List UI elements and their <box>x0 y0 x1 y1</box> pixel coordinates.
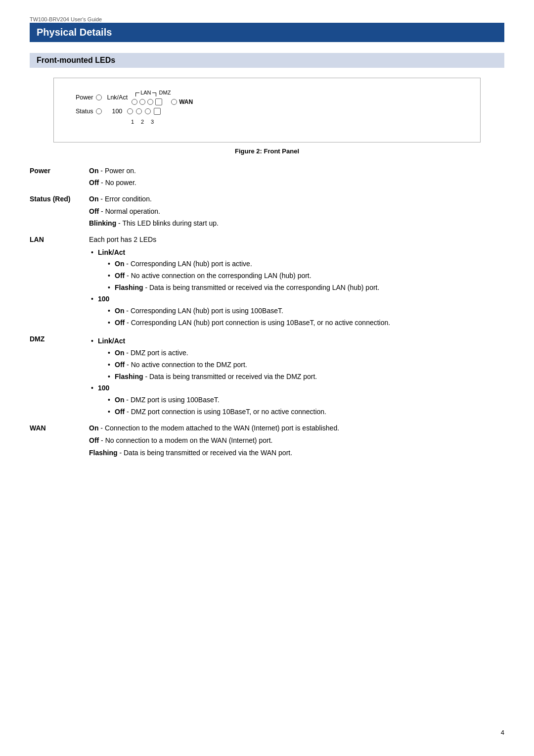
wan-term: WAN <box>30 421 89 462</box>
status-desc: On - Error condition. Off - Normal opera… <box>89 192 504 233</box>
dmz-desc: Link/Act On - DMZ port is active. Off - … <box>89 332 504 421</box>
wan-desc: On - Connection to the modem attached to… <box>89 421 504 462</box>
page-header: TW100-BRV204 User's Guide <box>30 15 504 23</box>
wan-led <box>171 99 177 105</box>
dmz-bracket-label: DMZ <box>159 89 171 97</box>
lnkact-label: Lnk/Act <box>107 93 128 102</box>
power-desc: On - Power on. Off - No power. <box>89 164 504 192</box>
status-label: Status <box>76 107 93 116</box>
port-num-3: 3 <box>149 118 155 126</box>
lan-desc: Each port has 2 LEDs Link/Act On - Corre… <box>89 233 504 332</box>
front-panel-diagram: Power Lnk/Act LAN DMZ <box>53 78 481 142</box>
table-row: DMZ Link/Act On - DMZ port is active. Of… <box>30 332 504 421</box>
wan-circle-spacer: WAN <box>171 97 193 106</box>
lan1-100-led <box>127 108 133 114</box>
dmz-term: DMZ <box>30 332 89 421</box>
lan-100-list: On - Corresponding LAN (hub) port is usi… <box>106 306 500 328</box>
power-label: Power <box>76 93 93 102</box>
breadcrumb-text: TW100-BRV204 User's Guide <box>30 16 102 22</box>
dmz-100-list: On - DMZ port is using 100BaseT. Off - D… <box>106 395 500 417</box>
lan3-100-led <box>145 108 151 114</box>
table-row: LAN Each port has 2 LEDs Link/Act On - C… <box>30 233 504 332</box>
wan-label-diag: WAN <box>179 97 193 106</box>
dmz-linkact-list: On - DMZ port is active. Off - No active… <box>106 348 500 382</box>
port-num-1: 1 <box>130 118 135 126</box>
page-number: 4 <box>501 729 504 736</box>
port-num-2: 2 <box>139 118 145 126</box>
subsection-title: Front-mounted LEDs <box>30 53 504 68</box>
lan2-lnkact-led <box>139 99 145 105</box>
lan2-100-led <box>136 108 142 114</box>
table-row: WAN On - Connection to the modem attache… <box>30 421 504 462</box>
lan-label: LAN <box>140 89 151 97</box>
lan1-lnkact-led <box>132 99 137 105</box>
lan3-lnkact-led <box>147 99 153 105</box>
lan-term: LAN <box>30 233 89 332</box>
led-descriptions-table: Power On - Power on. Off - No power. Sta… <box>30 164 504 462</box>
status-led <box>96 108 102 114</box>
power-led <box>96 94 102 100</box>
dmz-bullet-list: Link/Act On - DMZ port is active. Off - … <box>89 336 500 417</box>
dmz-100-led <box>154 108 161 115</box>
table-row: Power On - Power on. Off - No power. <box>30 164 504 192</box>
lan-bullet-list: Link/Act On - Corresponding LAN (hub) po… <box>89 247 500 329</box>
lan-linkact-list: On - Corresponding LAN (hub) port is act… <box>106 259 500 293</box>
power-term: Power <box>30 164 89 192</box>
figure-caption: Figure 2: Front Panel <box>30 147 504 155</box>
section-title: Physical Details <box>30 23 504 42</box>
hundred-label: 100 <box>112 107 122 116</box>
table-row: Status (Red) On - Error condition. Off -… <box>30 192 504 233</box>
dmz-lnkact-led <box>155 98 162 105</box>
status-term: Status (Red) <box>30 192 89 233</box>
